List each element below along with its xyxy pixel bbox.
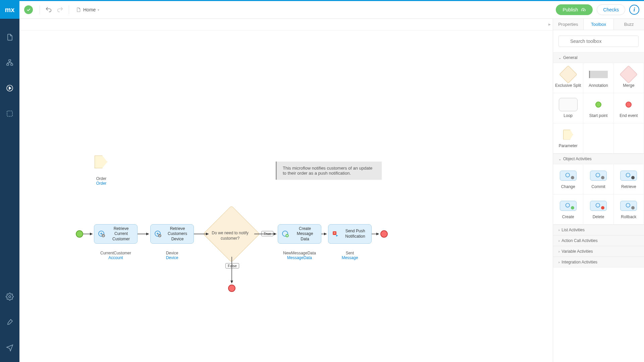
tab-buzz[interactable]: Buzz	[614, 19, 644, 30]
section-list-activities[interactable]: ›List Activities	[553, 225, 644, 235]
tool-retrieve[interactable]: Retrieve	[614, 164, 644, 194]
section-general[interactable]: ⌄General	[553, 52, 644, 63]
svg-point-26	[596, 203, 600, 207]
search-input[interactable]	[558, 36, 639, 47]
domain-model-icon[interactable]	[0, 53, 19, 72]
checks-button[interactable]: Checks	[597, 4, 625, 15]
section-variable-activities[interactable]: ›Variable Activities	[553, 246, 644, 257]
svg-point-22	[566, 173, 570, 177]
right-panel: Properties Toolbox Buzz ⌄General Exclusi…	[553, 19, 644, 362]
redo-icon[interactable]	[55, 5, 65, 14]
svg-rect-0	[9, 60, 11, 61]
flow-arrows	[19, 19, 405, 294]
svg-rect-1	[7, 64, 9, 65]
tool-loop[interactable]: Loop	[553, 93, 583, 123]
search-wrap	[553, 30, 644, 52]
app-logo[interactable]: mx	[0, 1, 19, 19]
svg-rect-4	[7, 111, 12, 116]
tool-end-event[interactable]: End event	[614, 93, 644, 123]
svg-point-5	[9, 296, 11, 298]
toolbar: Home ▾ Publish Checks i	[19, 1, 644, 19]
cloud-upload-icon	[581, 7, 586, 12]
chevron-down-icon: ▾	[98, 8, 99, 12]
status-ok-icon[interactable]	[24, 5, 33, 14]
widget-icon[interactable]	[0, 104, 19, 123]
section-action-call-activities[interactable]: ›Action Call Activities	[553, 235, 644, 246]
panel-tabs: Properties Toolbox Buzz	[553, 19, 644, 30]
collapse-panel-icon[interactable]: ▸	[548, 21, 551, 27]
left-rail: mx	[0, 1, 19, 362]
tool-start-point[interactable]: Start point	[583, 93, 613, 123]
svg-point-24	[626, 173, 630, 177]
microflow-icon[interactable]	[0, 78, 19, 98]
microflow-canvas[interactable]: ▸ Order Order This microflow notifies cu…	[19, 19, 553, 362]
tool-annotation[interactable]: Annotation	[583, 63, 613, 93]
tool-rollback[interactable]: Rollback	[614, 194, 644, 225]
section-object-activities[interactable]: ⌄Object Activities	[553, 154, 644, 164]
tool-create[interactable]: Create	[553, 194, 583, 225]
page-icon	[76, 7, 81, 12]
tool-merge[interactable]: Merge	[614, 63, 644, 93]
tab-toolbox[interactable]: Toolbox	[584, 19, 614, 30]
section-integration-activities[interactable]: ›Integration Activities	[553, 257, 644, 267]
publish-label: Publish	[562, 7, 578, 12]
breadcrumb[interactable]: Home ▾	[73, 7, 102, 12]
tool-change[interactable]: Change	[553, 164, 583, 194]
document-icon[interactable]	[0, 27, 19, 47]
svg-point-23	[596, 173, 600, 177]
breadcrumb-label: Home	[83, 7, 96, 12]
tool-parameter[interactable]: Parameter	[553, 123, 583, 154]
brush-icon[interactable]	[0, 312, 19, 332]
undo-icon[interactable]	[44, 5, 53, 14]
svg-rect-2	[11, 64, 13, 65]
tool-commit[interactable]: Commit	[583, 164, 613, 194]
svg-point-27	[626, 203, 630, 207]
publish-button[interactable]: Publish	[556, 4, 593, 15]
feedback-icon[interactable]	[0, 338, 19, 357]
info-icon[interactable]: i	[629, 5, 639, 15]
tool-exclusive-split[interactable]: Exclusive Split	[553, 63, 583, 93]
svg-point-25	[566, 203, 570, 207]
tab-properties[interactable]: Properties	[553, 19, 584, 30]
tool-delete[interactable]: Delete	[583, 194, 613, 225]
settings-icon[interactable]	[0, 287, 19, 306]
